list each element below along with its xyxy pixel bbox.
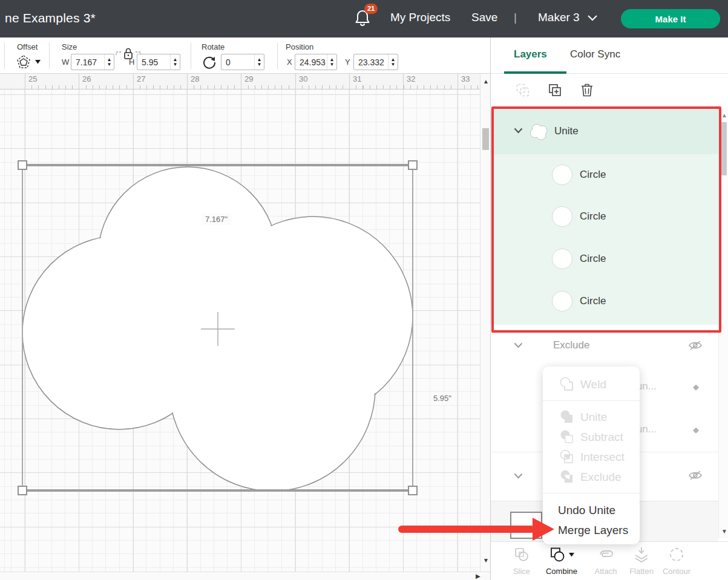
menu-divider <box>543 400 640 401</box>
tool-label: Combine <box>540 567 583 576</box>
height-input[interactable]: 5.95 ▲▼ <box>137 54 180 70</box>
layer-row-circle[interactable]: Circle <box>491 154 718 195</box>
save-link[interactable]: Save <box>471 11 497 24</box>
scroll-up-icon[interactable]: ▲ <box>721 112 727 119</box>
rotate-label: Rotate <box>202 42 225 51</box>
duplicate-icon <box>548 83 562 97</box>
make-it-button[interactable]: Make It <box>621 9 720 28</box>
unite-thumbnail <box>529 123 549 141</box>
circle-thumbnail <box>552 291 572 311</box>
width-stepper[interactable]: ▲▼ <box>104 54 114 70</box>
hidden-eye-icon[interactable] <box>688 469 703 481</box>
rotate-input[interactable]: 0 ▲▼ <box>221 54 264 70</box>
position-y-stepper[interactable]: ▲▼ <box>388 54 398 70</box>
canvas-horizontal-scrollbar[interactable]: ▶ <box>0 572 490 580</box>
contour-button[interactable]: Contour <box>655 547 698 576</box>
toolbar-divider <box>49 42 50 69</box>
layer-row-exclude[interactable]: Exclude <box>491 325 718 366</box>
horizontal-ruler: 25 26 27 28 29 30 31 32 33 <box>0 74 480 90</box>
layer-row-circle[interactable]: Circle <box>491 280 718 322</box>
layer-row-circle[interactable]: Circle <box>491 238 718 280</box>
sync-diamond-icon: ◆ <box>693 382 699 391</box>
sync-diamond-icon: ◆ <box>693 425 699 434</box>
slice-icon <box>514 547 530 562</box>
menu-item-undo-unite[interactable]: Undo Unite <box>543 500 640 520</box>
combine-icon <box>549 547 566 562</box>
top-header: ne Examples 3* 21 My Projects Save | Mak… <box>0 0 728 37</box>
position-y-input[interactable]: 23.332 ▲▼ <box>353 54 398 70</box>
color-swatch[interactable] <box>510 512 542 539</box>
machine-name: Maker 3 <box>538 11 580 24</box>
offset-label: Offset <box>17 42 38 51</box>
circle-thumbnail <box>552 206 572 227</box>
duplicate-button[interactable] <box>548 83 562 100</box>
y-letter: Y <box>345 57 350 67</box>
ruler-number: 32 <box>407 74 415 83</box>
tool-label: Contour <box>655 567 698 576</box>
intersect-icon <box>560 449 574 465</box>
ruler-number: 33 <box>461 74 470 83</box>
quatrefoil-shape[interactable] <box>0 90 480 572</box>
height-stepper[interactable]: ▲▼ <box>170 54 180 70</box>
slice-button[interactable]: Slice <box>500 547 543 576</box>
collapse-chevron-icon[interactable] <box>514 128 523 134</box>
collapse-chevron-icon[interactable] <box>514 473 523 479</box>
panel-scrollbar[interactable]: ▲ ▼ <box>718 109 728 538</box>
menu-item-subtract[interactable]: Subtract <box>543 427 640 447</box>
selection-width-label: 7.167" <box>202 213 231 225</box>
select-all-button[interactable] <box>516 83 530 99</box>
layer-label: Exclude <box>553 339 589 351</box>
layer-row-circle[interactable]: Circle <box>491 195 718 238</box>
chevron-down-icon <box>587 15 598 21</box>
contour-icon <box>669 547 684 562</box>
scroll-down-icon[interactable]: ▼ <box>721 529 727 535</box>
width-input[interactable]: 7.167 ▲▼ <box>71 54 114 70</box>
toolbar-divider <box>191 42 191 69</box>
position-x-input[interactable]: 24.953 ▲▼ <box>295 54 337 70</box>
hidden-eye-icon[interactable] <box>688 339 703 351</box>
rotate-icon[interactable] <box>202 55 217 70</box>
panel-bottom-toolbar: Slice Combine Attach <box>491 541 728 580</box>
layer-label: Circle <box>580 169 606 181</box>
my-projects-link[interactable]: My Projects <box>390 11 450 24</box>
delete-button[interactable] <box>580 83 594 100</box>
canvas-vertical-scrollbar[interactable]: ▲ ▼ <box>480 74 490 572</box>
offset-button[interactable] <box>16 54 41 70</box>
scrollbar-thumb[interactable] <box>482 128 489 150</box>
notifications-button[interactable]: 21 <box>355 8 375 30</box>
tab-layers[interactable]: Layers <box>514 48 547 60</box>
ruler-number: 27 <box>137 74 145 83</box>
ruler-number: 25 <box>28 74 37 83</box>
height-letter: H <box>129 57 134 67</box>
position-x-stepper[interactable]: ▲▼ <box>327 54 336 70</box>
scrollbar-thumb[interactable] <box>721 122 727 175</box>
menu-divider <box>543 493 640 494</box>
machine-selector[interactable]: Maker 3 <box>538 11 598 24</box>
select-all-icon <box>516 83 530 97</box>
scroll-right-icon[interactable]: ▶ <box>476 573 480 579</box>
selection-height-label: 5.95" <box>430 393 454 404</box>
attach-icon <box>597 547 615 562</box>
combine-button[interactable]: Combine <box>540 547 583 576</box>
cricut-design-space-app: { "header": { "title": "ne Examples 3*",… <box>0 0 728 580</box>
menu-item-unite[interactable]: Unite <box>543 407 640 427</box>
rotate-stepper[interactable]: ▲▼ <box>254 54 264 70</box>
collapse-chevron-icon[interactable] <box>514 342 523 348</box>
ruler-number: 31 <box>353 74 361 83</box>
menu-item-intersect[interactable]: Intersect <box>543 447 640 467</box>
menu-item-exclude[interactable]: Exclude <box>543 467 640 487</box>
menu-item-weld[interactable]: Weld <box>543 374 640 394</box>
layer-row-unite[interactable]: Unite <box>491 109 718 154</box>
toolbar-divider <box>4 42 5 69</box>
scroll-down-icon[interactable]: ▼ <box>483 558 489 564</box>
combine-context-menu: Weld Unite Subtract Intersect <box>543 367 640 544</box>
trash-icon <box>580 83 594 97</box>
x-letter: X <box>287 57 292 67</box>
menu-item-merge-layers[interactable]: Merge Layers <box>543 520 640 540</box>
tab-color-sync[interactable]: Color Sync <box>570 48 620 60</box>
design-canvas[interactable]: 25 26 27 28 29 30 31 32 33 <box>0 74 490 580</box>
header-divider: | <box>514 11 517 24</box>
scroll-up-icon[interactable]: ▲ <box>483 79 489 85</box>
edit-toolbar: Offset Size W 7.167 ▲▼ H 5.95 ▲▼ Rotate <box>0 37 490 74</box>
circle-thumbnail <box>552 165 572 185</box>
